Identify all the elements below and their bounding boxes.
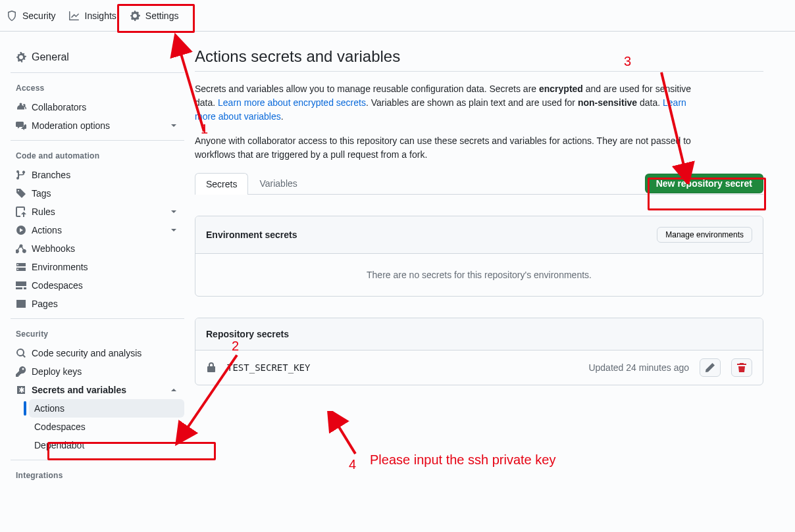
secret-row: TEST_SECRET_KEY Updated 24 minutes ago xyxy=(195,351,763,385)
tab-secrets[interactable]: Secrets xyxy=(195,173,248,195)
play-icon xyxy=(16,225,26,235)
environment-secrets-empty: There are no secrets for this repository… xyxy=(195,254,763,296)
sidebar-collaborators[interactable]: Collaborators xyxy=(11,98,184,116)
new-repository-secret-button[interactable]: New repository secret xyxy=(645,174,763,193)
repo-tab-bar: Security Insights Settings xyxy=(0,0,795,32)
sidebar-codespaces[interactable]: Codespaces xyxy=(11,276,184,295)
tab-variables[interactable]: Variables xyxy=(248,172,308,194)
tab-settings-label: Settings xyxy=(145,11,179,21)
tag-icon xyxy=(16,188,26,199)
sidebar-actions[interactable]: Actions xyxy=(11,221,184,239)
repository-secrets-panel: Repository secrets TEST_SECRET_KEY Updat… xyxy=(195,318,763,385)
sidebar-environments[interactable]: Environments xyxy=(11,258,184,276)
link-encrypted-secrets[interactable]: Learn more about encrypted secrets xyxy=(218,97,366,108)
lock-icon xyxy=(206,362,217,373)
secret-name: TEST_SECRET_KEY xyxy=(227,362,310,373)
sidebar-secrets-dependabot[interactable]: Dependabot xyxy=(29,436,184,454)
repository-secrets-title: Repository secrets xyxy=(206,329,289,339)
sidebar-general-label: General xyxy=(32,51,69,63)
sidebar-pages[interactable]: Pages xyxy=(11,295,184,313)
codespaces-icon xyxy=(16,280,26,291)
sidebar-code-security[interactable]: Code security and analysis xyxy=(11,344,184,362)
people-icon xyxy=(16,102,26,112)
tab-settings[interactable]: Settings xyxy=(123,0,186,32)
sidebar-general[interactable]: General xyxy=(11,47,184,67)
main-content: Actions secrets and variables Secrets an… xyxy=(195,32,795,385)
manage-environments-button[interactable]: Manage environments xyxy=(657,227,752,243)
tab-security[interactable]: Security xyxy=(0,0,63,32)
settings-sidebar: General Access Collaborators Moderation … xyxy=(0,32,195,485)
trash-icon xyxy=(736,362,747,373)
environment-secrets-title: Environment secrets xyxy=(206,230,297,240)
chevron-down-icon xyxy=(168,206,179,217)
sidebar-secrets-variables[interactable]: Secrets and variables xyxy=(11,381,184,399)
sidebar-group-security: Security xyxy=(11,319,184,344)
chevron-down-icon xyxy=(168,225,179,235)
sidebar-group-code: Code and automation xyxy=(11,141,184,166)
environment-secrets-panel: Environment secrets Manage environments … xyxy=(195,216,763,297)
shield-icon xyxy=(7,11,17,21)
tab-insights[interactable]: Insights xyxy=(63,0,123,32)
sidebar-rules[interactable]: Rules xyxy=(11,203,184,221)
key-asterisk-icon xyxy=(16,385,26,395)
sidebar-group-integrations: Integrations xyxy=(11,460,184,485)
intro-paragraph-2: Anyone with collaborator access to this … xyxy=(195,134,708,162)
comment-discussion-icon xyxy=(16,120,26,131)
sidebar-webhooks[interactable]: Webhooks xyxy=(11,239,184,258)
server-icon xyxy=(16,262,26,272)
intro-paragraph-1: Secrets and variables allow you to manag… xyxy=(195,82,708,124)
gear-icon xyxy=(130,11,140,21)
pencil-icon xyxy=(705,362,715,373)
webhook-icon xyxy=(16,243,26,254)
sidebar-secrets-codespaces[interactable]: Codespaces xyxy=(29,418,184,436)
graph-icon xyxy=(69,11,80,21)
delete-secret-button[interactable] xyxy=(731,358,752,377)
git-branch-icon xyxy=(16,170,26,180)
secrets-variables-tabs: Secrets Variables New repository secret xyxy=(195,172,763,195)
repo-push-icon xyxy=(16,206,26,217)
sidebar-deploy-keys[interactable]: Deploy keys xyxy=(11,362,184,381)
edit-secret-button[interactable] xyxy=(700,358,721,377)
sidebar-secrets-actions[interactable]: Actions xyxy=(29,399,184,418)
key-icon xyxy=(16,366,26,377)
gear-icon xyxy=(16,52,26,62)
sidebar-group-access: Access xyxy=(11,73,184,98)
codescan-icon xyxy=(16,348,26,358)
secret-updated: Updated 24 minutes ago xyxy=(588,362,689,373)
page-title: Actions secrets and variables xyxy=(195,47,763,72)
browser-icon xyxy=(16,299,26,309)
sidebar-moderation[interactable]: Moderation options xyxy=(11,116,184,135)
sidebar-branches[interactable]: Branches xyxy=(11,166,184,184)
tab-insights-label: Insights xyxy=(85,11,116,21)
tab-security-label: Security xyxy=(22,11,56,21)
sidebar-tags[interactable]: Tags xyxy=(11,184,184,203)
chevron-up-icon xyxy=(168,385,179,395)
chevron-down-icon xyxy=(168,120,179,131)
